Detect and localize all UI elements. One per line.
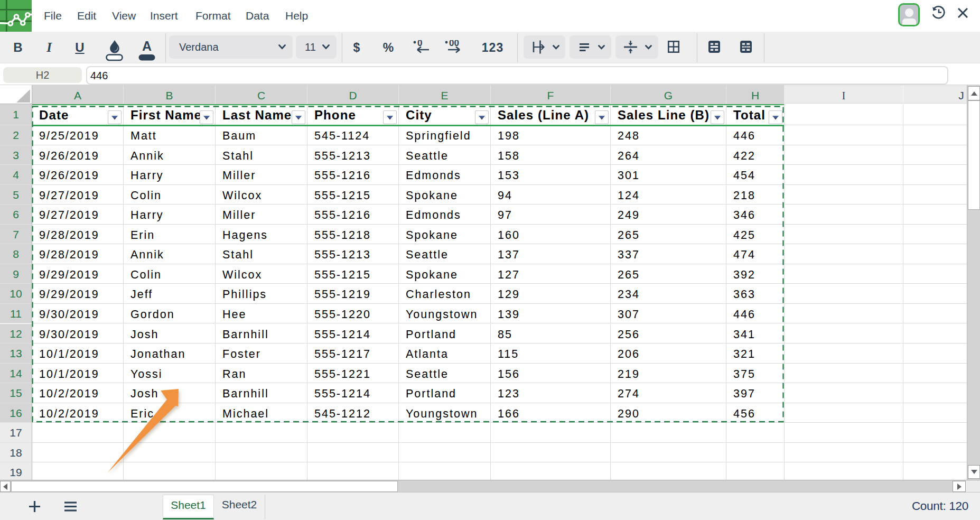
svg-text:A: A	[142, 39, 152, 53]
svg-text:00: 00	[449, 40, 459, 48]
